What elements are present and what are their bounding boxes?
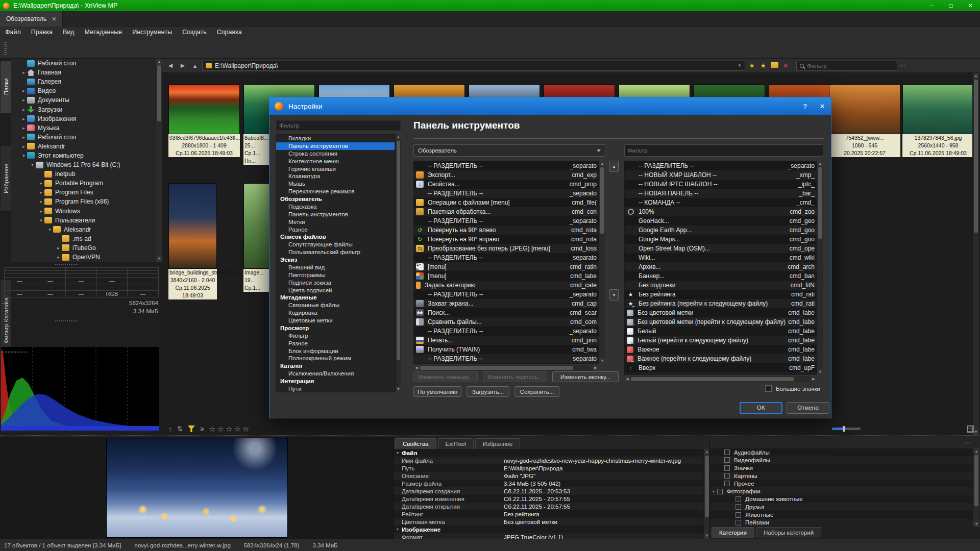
edit-icon-button[interactable]: Изменить иконку... <box>552 371 619 382</box>
thumbnail-item[interactable]: 754352_[www... 1080 - 545 20.2025 20:22:… <box>829 84 900 157</box>
toolbar-command-row[interactable]: ↺ Повернуть на 90° влево cmd_rota <box>414 226 605 235</box>
available-command-row[interactable] <box>625 372 823 375</box>
sidebar-tab-favorites[interactable]: Избранное <box>0 145 11 212</box>
thumbnail-size-slider[interactable] <box>832 428 861 430</box>
thumbnail-item[interactable]: 03f8cd3f6796daaacc1fe43ff... 2880x1800 -… <box>168 84 240 157</box>
toolbar-command-row[interactable]: -- РАЗДЕЛИТЕЛЬ -- _separato <box>414 253 605 262</box>
menu-item[interactable]: Справка <box>212 27 247 38</box>
expander-icon[interactable]: ▸ <box>20 116 27 121</box>
forward-icon[interactable]: ▶ <box>178 62 188 69</box>
category-item[interactable]: Прочее <box>710 480 973 487</box>
toolbar-command-row[interactable]: -- РАЗДЕЛИТЕЛЬ -- _separato <box>414 189 605 198</box>
scroll-right-icon[interactable] <box>811 376 817 382</box>
favorite-folder-icon[interactable] <box>770 62 779 69</box>
available-command-row[interactable]: Баннер... cmd_ban <box>625 271 823 281</box>
expander-icon[interactable]: ▸ <box>20 70 27 75</box>
settings-nav-item[interactable]: Список файлов <box>276 233 395 241</box>
large-icons-checkbox[interactable] <box>765 385 772 392</box>
available-command-row[interactable]: Белый (перейти к следующему файлу) cmd_l… <box>625 336 823 345</box>
category-item[interactable]: Пейзажи <box>710 519 973 527</box>
more-options-icon[interactable]: ⋯ <box>965 439 971 446</box>
tree-item[interactable]: inetpub <box>11 169 156 179</box>
category-checkbox[interactable] <box>724 481 730 486</box>
available-command-row[interactable]: ★ Без рейтинга cmd_rati <box>625 290 823 299</box>
toolbar-command-row[interactable]: Операции с файлами [menu] cmd_file( <box>414 198 605 207</box>
settings-filter-input[interactable] <box>276 120 401 131</box>
menu-item[interactable]: Вид <box>58 27 80 38</box>
available-command-row[interactable]: 100% cmd_zoo <box>625 207 823 216</box>
tree-item[interactable]: ▸ Главная <box>11 68 156 77</box>
toolbar-grip[interactable] <box>4 42 7 55</box>
available-command-row[interactable]: Без подгонки cmd_fitN <box>625 281 823 290</box>
tree-item[interactable]: ▸ Program Files <box>11 188 156 197</box>
toolbar-command-row[interactable]: -- РАЗДЕЛИТЕЛЬ -- _separato <box>414 216 605 226</box>
settings-nav-item[interactable]: Разное <box>276 340 395 347</box>
section-caret-icon[interactable]: ▾ <box>394 527 402 532</box>
categories-scrollbar[interactable] <box>973 448 979 527</box>
toolbar-command-row[interactable]: Задать категорию cmd_cate <box>414 281 605 290</box>
thumbnail-image[interactable] <box>902 84 974 134</box>
tab-browser[interactable]: Обозреватель ✕ <box>0 11 63 27</box>
scroll-right-icon[interactable] <box>593 365 599 371</box>
properties-tab[interactable]: ExifTool <box>438 438 474 449</box>
dialog-title-bar[interactable]: Настройки ? ✕ <box>270 97 831 115</box>
settings-nav-item[interactable]: Переключение режимов <box>276 188 395 195</box>
category-checkbox[interactable] <box>717 489 723 494</box>
scroll-up-icon[interactable] <box>973 448 979 455</box>
scroll-up-icon[interactable] <box>396 134 401 140</box>
expander-icon[interactable]: ▸ <box>20 88 27 93</box>
menu-item[interactable]: Файл <box>0 27 26 38</box>
menu-item[interactable]: Создать <box>177 27 212 38</box>
available-command-row[interactable]: Архив... cmd_arch <box>625 262 823 271</box>
thumbnail-image[interactable] <box>829 84 900 134</box>
thumbnail-item[interactable]: bridge_buildings_street_990.. 3840x2160 … <box>168 183 217 299</box>
property-row[interactable]: Рейтинг Без рейтинга <box>394 510 703 518</box>
tree-item[interactable]: ▾ Этот компьютер <box>11 151 156 160</box>
section-caret-icon[interactable]: ▾ <box>394 450 402 455</box>
tree-item[interactable]: ▸ Program Files (x86) <box>11 197 156 206</box>
toolbar-select-dropdown[interactable]: Обозреватель <box>413 144 605 157</box>
toolbar-command-row[interactable]: -- РАЗДЕЛИТЕЛЬ -- _separato <box>414 354 605 363</box>
tree-item[interactable]: ▾ Пользователи <box>11 216 156 225</box>
available-command-row[interactable]: ★ Без рейтинга (перейти к следующему фай… <box>625 299 823 308</box>
tree-item[interactable]: ▸ Видео <box>11 86 156 95</box>
settings-nav-item[interactable]: Подписи эскиза <box>276 279 395 287</box>
expander-icon[interactable]: ▾ <box>46 227 53 232</box>
category-item[interactable]: ▾ Фотографии <box>710 487 973 495</box>
scroll-up-icon[interactable] <box>817 161 823 167</box>
category-checkbox[interactable] <box>736 520 741 525</box>
close-button[interactable]: ✕ <box>961 2 980 9</box>
settings-nav-item[interactable]: Полноэкранный режим <box>276 355 395 362</box>
property-row[interactable]: Цветовая метка Без цветовой метки <box>394 518 703 525</box>
edit-command-button[interactable]: Изменить команду... <box>413 371 478 382</box>
scroll-up-icon[interactable] <box>973 73 979 79</box>
available-command-row[interactable]: Google Maps... cmd_goo <box>625 235 823 244</box>
browser-scrollbar[interactable] <box>972 73 979 435</box>
chevron-down-icon[interactable]: ▼ <box>738 63 742 68</box>
available-command-row[interactable]: Белый cmd_labe <box>625 327 823 336</box>
tree-scrollbar[interactable] <box>156 59 162 262</box>
toolbar-command-row[interactable]: ⇆ Преобразование без потерь (JPEG) [menu… <box>414 244 605 253</box>
tree-item[interactable]: ▸ Изображения <box>11 114 156 123</box>
settings-nav-item[interactable]: Обозреватель <box>276 195 395 203</box>
dialog-close-button[interactable]: ✕ <box>814 103 831 110</box>
expander-icon[interactable]: ▸ <box>38 199 44 204</box>
settings-nav-item[interactable]: Сопутствующие файлы <box>276 241 395 248</box>
toolbar-command-row[interactable]: Поиск... cmd_sear <box>414 308 605 317</box>
scroll-left-icon[interactable] <box>413 365 420 371</box>
ok-button[interactable]: OK <box>740 402 782 414</box>
thumbnail-item[interactable]: 1378297843_56.jpg 2560x1440 - 958 Ср.11.… <box>902 84 974 157</box>
settings-nav-scrollbar[interactable] <box>395 134 401 392</box>
expander-icon[interactable]: ▸ <box>20 126 27 131</box>
property-row[interactable]: Дата/время изменения Сб.22.11.2025 - 20:… <box>394 495 703 503</box>
scroll-down-icon[interactable] <box>817 369 823 375</box>
settings-nav-item[interactable]: Интеграция <box>276 378 395 385</box>
expander-icon[interactable]: ▸ <box>20 135 27 140</box>
settings-nav-item[interactable]: Просмотр <box>276 324 395 332</box>
tree-item[interactable]: ▸ Рабочий стол <box>11 133 156 142</box>
tree-item[interactable]: ▸ Музыка <box>11 123 156 133</box>
scroll-down-icon[interactable] <box>973 521 979 527</box>
settings-nav-item[interactable]: Пиктограммы <box>276 271 395 279</box>
save-button[interactable]: Сохранить... <box>514 386 559 397</box>
available-command-row[interactable]: GeoHack... cmd_geo <box>625 216 823 226</box>
